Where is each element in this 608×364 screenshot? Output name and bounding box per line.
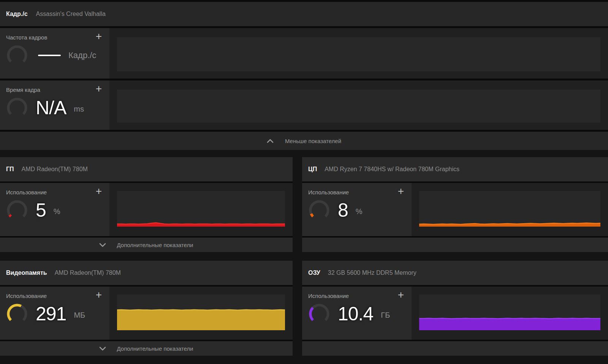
performance-overlay: Кадр./с Assassin's Creed Valhalla Частот… xyxy=(0,0,608,364)
cpu-usage-value: 8 xyxy=(338,201,348,220)
add-cpu-metric-button[interactable]: + xyxy=(396,188,405,195)
cpu-more-metrics-bar[interactable] xyxy=(302,238,608,252)
add-frametime-metric-button[interactable]: + xyxy=(94,85,103,93)
gpu-panel: ГП AMD Radeon(TM) 780M Использование + 5… xyxy=(0,157,293,252)
gpu-usage-value: 5 xyxy=(36,201,46,220)
gpu-panel-header: ГП AMD Radeon(TM) 780M xyxy=(0,157,293,181)
frametime-card: Время кадра + N/A ms xyxy=(0,80,109,130)
ram-usage-chart xyxy=(419,295,600,330)
ram-panel-header: ОЗУ 32 GB 5600 MHz DDR5 Memory xyxy=(302,261,608,285)
add-gpu-metric-button[interactable]: + xyxy=(94,188,103,195)
gpu-usage-unit: % xyxy=(54,207,60,216)
framerate-gauge xyxy=(6,44,28,66)
vram-panel: Видеопамять AMD Radeon(TM) 780M Использо… xyxy=(0,261,293,356)
cpu-usage-label: Использование xyxy=(308,188,349,195)
vram-usage-value: 291 xyxy=(36,304,66,323)
add-ram-metric-button[interactable]: + xyxy=(396,291,405,299)
ram-usage-unit: ГБ xyxy=(381,311,390,320)
chevron-down-icon xyxy=(99,347,106,351)
framerate-card: Частота кадров + Кадр./с xyxy=(0,28,109,79)
framerate-chart xyxy=(117,37,600,71)
vram-device-name: AMD Radeon(TM) 780M xyxy=(55,269,121,276)
collapse-metrics-label: Меньше показателей xyxy=(285,138,341,144)
cpu-usage-chart xyxy=(419,191,600,227)
frametime-row: Время кадра + N/A ms xyxy=(0,80,608,130)
vram-usage-label: Использование xyxy=(6,291,47,299)
gpu-device-name: AMD Radeon(TM) 780M xyxy=(22,166,88,173)
ram-usage-gauge xyxy=(308,303,330,325)
chevron-down-icon xyxy=(99,243,106,247)
frametime-chart-region xyxy=(109,80,608,130)
cpu-device-name: AMD Ryzen 7 7840HS w/ Radeon 780M Graphi… xyxy=(325,166,459,173)
vram-panel-header: Видеопамять AMD Radeon(TM) 780M xyxy=(0,261,293,285)
vram-more-metrics-bar[interactable]: Дополнительные показатели xyxy=(0,341,293,356)
ram-title: ОЗУ xyxy=(308,269,320,276)
ram-usage-value: 10.4 xyxy=(338,304,373,323)
ram-chart-region xyxy=(412,287,608,340)
fps-section: Кадр./с Assassin's Creed Valhalla Частот… xyxy=(0,0,608,150)
vram-usage-chart xyxy=(117,295,285,330)
chevron-up-icon xyxy=(267,139,274,143)
cpu-title: ЦП xyxy=(308,166,317,173)
framerate-chart-region xyxy=(109,28,608,79)
ram-more-metrics-bar[interactable] xyxy=(302,341,608,356)
vram-usage-unit: МБ xyxy=(74,311,85,320)
metrics-grid: ГП AMD Radeon(TM) 780M Использование + 5… xyxy=(0,157,608,356)
vram-usage-card: Использование + 291 МБ xyxy=(0,287,109,340)
cpu-usage-card: Использование + 8 % xyxy=(302,183,412,236)
gpu-more-metrics-label: Дополнительные показатели xyxy=(117,242,193,248)
frametime-unit: ms xyxy=(74,105,84,113)
vram-usage-gauge xyxy=(6,303,28,325)
cpu-chart-region xyxy=(412,183,608,236)
vram-more-metrics-label: Дополнительные показатели xyxy=(117,345,193,352)
vram-chart-region xyxy=(109,287,293,340)
gpu-usage-gauge xyxy=(6,199,28,221)
framerate-no-value-dash xyxy=(38,55,61,56)
framerate-unit: Кадр./с xyxy=(68,50,96,60)
gpu-chart-region xyxy=(109,183,293,236)
gpu-usage-chart xyxy=(117,191,285,227)
framerate-row: Частота кадров + Кадр./с xyxy=(0,28,608,79)
add-framerate-metric-button[interactable]: + xyxy=(94,33,103,40)
game-title: Assassin's Creed Valhalla xyxy=(36,11,106,17)
framerate-label: Частота кадров xyxy=(6,33,47,41)
gpu-usage-card: Использование + 5 % xyxy=(0,183,109,236)
fps-section-title: Кадр./с xyxy=(6,11,28,17)
gpu-title: ГП xyxy=(6,166,14,173)
gpu-more-metrics-bar[interactable]: Дополнительные показатели xyxy=(0,238,293,252)
frametime-value: N/A xyxy=(36,98,66,117)
ram-device-name: 32 GB 5600 MHz DDR5 Memory xyxy=(328,269,416,276)
ram-usage-card: Использование + 10.4 ГБ xyxy=(302,287,412,340)
fps-section-header: Кадр./с Assassin's Creed Valhalla xyxy=(0,2,608,26)
collapse-metrics-bar[interactable]: Меньше показателей xyxy=(0,132,608,150)
frametime-label: Время кадра xyxy=(6,85,40,93)
ram-panel: ОЗУ 32 GB 5600 MHz DDR5 Memory Использов… xyxy=(302,261,608,356)
cpu-panel-header: ЦП AMD Ryzen 7 7840HS w/ Radeon 780M Gra… xyxy=(302,157,608,181)
ram-usage-label: Использование xyxy=(308,291,349,299)
gpu-usage-label: Использование xyxy=(6,188,47,195)
cpu-usage-unit: % xyxy=(356,207,363,216)
cpu-usage-gauge xyxy=(308,199,330,221)
frametime-chart xyxy=(117,90,600,123)
frametime-gauge xyxy=(6,97,28,119)
cpu-panel: ЦП AMD Ryzen 7 7840HS w/ Radeon 780M Gra… xyxy=(302,157,608,252)
vram-title: Видеопамять xyxy=(6,269,47,276)
add-vram-metric-button[interactable]: + xyxy=(94,291,103,299)
